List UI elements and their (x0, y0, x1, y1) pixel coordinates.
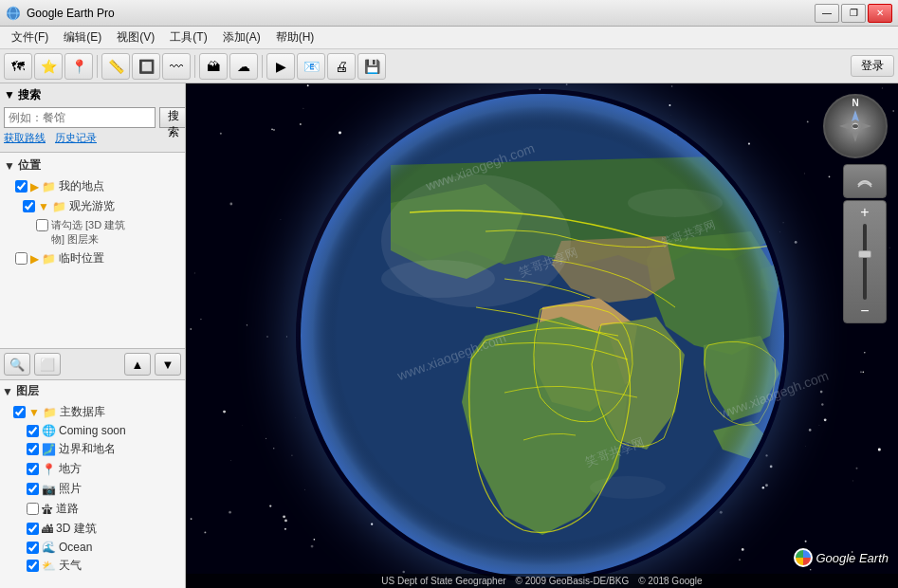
toolbar-play-btn[interactable]: ▶ (266, 53, 295, 80)
layers-title: 图层 (16, 383, 39, 399)
places-section-header[interactable]: ▼ 位置 (2, 155, 183, 176)
buildings-3d-item[interactable]: 🏙 3D 建筑 (0, 519, 185, 539)
buildings-3d-checkbox[interactable] (27, 523, 39, 535)
search-header: ▼ 搜索 (4, 87, 181, 103)
photos-icon: 📷 (42, 483, 56, 496)
nav-down-btn[interactable]: ▼ (155, 353, 181, 376)
roads-item[interactable]: 🛣 道路 (0, 499, 185, 519)
ocean-item[interactable]: 🌊 Ocean (0, 539, 185, 556)
zoom-thumb[interactable] (858, 250, 871, 258)
places-section: ▼ 位置 ▶ 📁 我的地点 ▼ 📁 观光游览 请勾选 [3D 建筑物] 图层来 (0, 153, 185, 348)
toolbar-path-btn[interactable]: 〰 (162, 53, 191, 80)
menu-view[interactable]: 视图(V) (109, 28, 162, 47)
svg-point-18 (852, 124, 858, 128)
nav-square-btn[interactable]: ⬜ (34, 353, 61, 376)
coming-soon-checkbox[interactable] (27, 425, 39, 437)
ge-logo-text: Google Earth (816, 551, 889, 565)
buildings-3d-label: 3D 建筑 (56, 521, 97, 537)
layers-section: ▼ 图层 ▼ 📁 主数据库 🌐 Coming soon 🗾 边界和地名 (0, 379, 185, 588)
close-button[interactable]: ✕ (868, 4, 892, 23)
folder-icon: ▶ 📁 (30, 180, 56, 193)
roads-label: 道路 (56, 501, 79, 517)
borders-icon: 🗾 (42, 443, 56, 456)
tour-item[interactable]: ▼ 📁 观光游览 (2, 196, 183, 216)
history-link[interactable]: 历史记录 (55, 131, 97, 145)
main-content: ▼ 搜索 搜索 获取路线 历史记录 ▼ 位置 ▶ 📁 我的地点 (0, 83, 898, 588)
weather-checkbox[interactable] (27, 560, 39, 572)
photos-item[interactable]: 📷 照片 (0, 479, 185, 499)
tour-child-checkbox[interactable] (36, 219, 48, 231)
roads-icon: 🛣 (42, 503, 53, 516)
toolbar-star-btn[interactable]: ⭐ (34, 53, 63, 80)
map-area[interactable]: www.xiaogegh.com 笑哥共享网 www.xiaogegh.com … (186, 83, 898, 588)
borders-checkbox[interactable] (27, 443, 39, 455)
compass-svg: N (822, 93, 889, 159)
toolbar-sky-btn[interactable]: ☁ (229, 53, 258, 80)
places-title: 位置 (18, 157, 41, 174)
my-places-item[interactable]: ▶ 📁 我的地点 (2, 176, 183, 196)
zoom-minus-icon: − (860, 303, 869, 319)
borders-label: 边界和地名 (59, 441, 116, 457)
restore-button[interactable]: ❐ (841, 4, 866, 23)
menu-tools[interactable]: 工具(T) (162, 28, 214, 47)
tilt-icon (855, 174, 874, 189)
attribution-bar: US Dept of State Geographer © 2009 GeoBa… (186, 574, 898, 588)
temp-location-item[interactable]: ▶ 📁 临时位置 (2, 248, 183, 268)
zoom-slider-container[interactable]: + − (843, 200, 887, 323)
places-arrow: ▼ (4, 159, 15, 173)
main-db-checkbox[interactable] (13, 406, 26, 418)
nav-up-btn[interactable]: ▲ (124, 353, 151, 376)
ocean-checkbox[interactable] (27, 542, 39, 554)
borders-item[interactable]: 🗾 边界和地名 (0, 439, 185, 459)
weather-label: 天气 (59, 558, 82, 574)
search-section: ▼ 搜索 搜索 获取路线 历史记录 (0, 83, 185, 153)
toolbar-email-btn[interactable]: 📧 (297, 53, 325, 80)
login-button[interactable]: 登录 (851, 55, 894, 77)
tilt-controls[interactable]: + − (843, 164, 887, 323)
toolbar-save-btn[interactable]: 💾 (357, 53, 386, 80)
menu-file[interactable]: 文件(F) (4, 28, 56, 47)
svg-text:N: N (852, 98, 858, 108)
toolbar-terrain-btn[interactable]: 🏔 (199, 53, 228, 80)
roads-checkbox[interactable] (27, 503, 39, 515)
toolbar-map-btn[interactable]: 🗺 (4, 53, 32, 80)
photos-label: 照片 (59, 481, 82, 497)
tilt-btn[interactable] (843, 164, 887, 198)
search-links: 获取路线 历史记录 (4, 128, 181, 148)
weather-icon: ⛅ (42, 560, 56, 573)
search-input[interactable] (4, 107, 156, 128)
get-route-link[interactable]: 获取路线 (4, 131, 46, 145)
places-layer-item[interactable]: 📍 地方 (0, 459, 185, 479)
temp-location-checkbox[interactable] (15, 252, 27, 265)
tour-folder-icon: ▼ 📁 (38, 200, 66, 213)
nav-search-btn[interactable]: 🔍 (4, 353, 30, 376)
app-icon (6, 6, 21, 21)
search-button[interactable]: 搜索 (159, 107, 186, 128)
search-section-title: ▼ 搜索 (4, 87, 41, 103)
main-db-item[interactable]: ▼ 📁 主数据库 (0, 402, 185, 422)
coming-soon-item[interactable]: 🌐 Coming soon (0, 422, 185, 439)
toolbar-rect-btn[interactable]: 🔲 (132, 53, 160, 80)
toolbar-pin-btn[interactable]: 📍 (64, 53, 93, 80)
photos-checkbox[interactable] (27, 483, 39, 495)
temp-location-label: 临时位置 (59, 250, 104, 266)
main-db-label: 主数据库 (60, 404, 105, 420)
my-places-checkbox[interactable] (15, 180, 27, 193)
compass[interactable]: N (822, 93, 889, 159)
places-layer-checkbox[interactable] (27, 463, 39, 475)
attribution-line1: US Dept of State Geographer (381, 576, 505, 586)
menu-add[interactable]: 添加(A) (215, 28, 268, 47)
svg-point-10 (381, 175, 571, 307)
toolbar-print-btn[interactable]: 🖨 (327, 53, 356, 80)
toolbar-measure-btn[interactable]: 📏 (101, 53, 130, 80)
weather-item[interactable]: ⛅ 天气 (0, 556, 185, 576)
minimize-button[interactable]: — (815, 4, 839, 23)
left-panel: ▼ 搜索 搜索 获取路线 历史记录 ▼ 位置 ▶ 📁 我的地点 (0, 83, 186, 588)
earth-globe[interactable] (296, 89, 789, 582)
layers-section-header[interactable]: ▼ 图层 (0, 380, 185, 402)
buildings-3d-icon: 🏙 (42, 523, 53, 536)
toolbar-sep2 (194, 55, 195, 78)
tour-checkbox[interactable] (23, 200, 35, 212)
menu-edit[interactable]: 编辑(E) (56, 28, 109, 47)
menu-help[interactable]: 帮助(H) (268, 28, 322, 47)
